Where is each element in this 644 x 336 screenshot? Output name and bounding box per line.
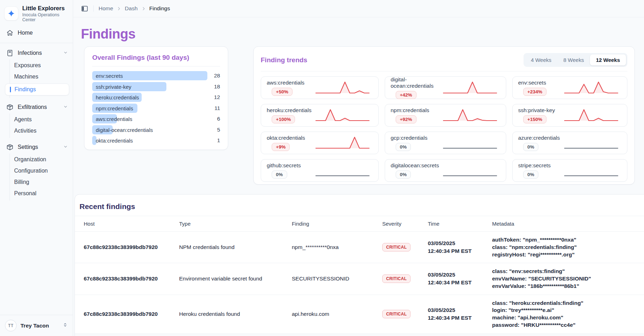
trend-period-tabs: 4 Weeks 8 Weeks 12 Weeks bbox=[524, 53, 627, 67]
bar-value: 12 bbox=[209, 94, 220, 100]
cell-type: Environment variable secret found bbox=[179, 263, 292, 295]
bar-value: 18 bbox=[209, 83, 220, 90]
sidebar-divider bbox=[0, 43, 73, 43]
user-name: Trey Tacon bbox=[20, 323, 59, 329]
cell-time: 03/05/2025 12:40:34 PM EST bbox=[428, 263, 492, 295]
column-header-metadata: Metadata bbox=[492, 216, 644, 232]
breadcrumb-home[interactable]: Home bbox=[99, 5, 113, 12]
book-icon bbox=[6, 50, 13, 57]
sidebar-subitems: OrganizationConfigurationBillingPersonal bbox=[10, 153, 73, 201]
cell-severity: CRITICAL bbox=[382, 334, 428, 336]
trend-name: digital-ocean:credentials bbox=[391, 76, 439, 89]
overall-findings-card: Overall Findings (last 90 days) env:secr… bbox=[84, 46, 228, 150]
cell-time: 03/05/2025 12:40:34 PM EST bbox=[428, 232, 492, 263]
sidebar-item-billing[interactable]: Billing bbox=[10, 176, 73, 188]
sparkle-logo-icon bbox=[4, 6, 18, 21]
bar-label: heroku:credentials bbox=[96, 94, 139, 100]
sidebar-section-header[interactable]: Exfiltrations bbox=[0, 101, 73, 114]
sidebar-subitems: AgentsActivities bbox=[10, 114, 73, 138]
package-icon bbox=[6, 144, 13, 151]
sidebar-item-personal[interactable]: Personal bbox=[10, 188, 73, 199]
sidebar-item-agents[interactable]: Agents bbox=[10, 114, 73, 125]
finding-trends-title: Finding trends bbox=[261, 56, 307, 64]
cell-severity: CRITICAL bbox=[382, 263, 428, 295]
trend-name: azure:credentials bbox=[518, 135, 560, 141]
user-menu[interactable]: TT Trey Tacon bbox=[0, 315, 73, 336]
bar-value: 6 bbox=[209, 116, 220, 122]
bar-value: 28 bbox=[209, 73, 220, 79]
recent-findings-title: Recent findings bbox=[79, 202, 644, 211]
sidebar-item-home[interactable]: Home bbox=[0, 26, 73, 40]
sparkline-chart bbox=[439, 134, 501, 151]
breadcrumb-dash[interactable]: Dash bbox=[125, 5, 137, 12]
cell-severity: CRITICAL bbox=[382, 295, 428, 334]
trend-change-badge: +92% bbox=[396, 115, 416, 123]
severity-badge: CRITICAL bbox=[382, 243, 410, 251]
breadcrumb-findings: Findings bbox=[149, 5, 170, 12]
trend-name: gcp:credentials bbox=[391, 135, 427, 141]
cell-host: 67c88c92338c38399bdb7920 bbox=[75, 334, 179, 336]
cell-metadata: authToken: "npm_**********0nxa" class: "… bbox=[492, 232, 644, 263]
sparkline-chart bbox=[439, 107, 501, 124]
cell-type: Heroku credentials found bbox=[179, 295, 292, 334]
sidebar-item-organization[interactable]: Organization bbox=[10, 154, 73, 165]
breadcrumb: Home Dash Findings bbox=[99, 5, 170, 12]
main-header: Home Dash Findings bbox=[73, 0, 644, 17]
chevron-down-icon bbox=[63, 50, 68, 56]
bar-label: npm:credentials bbox=[96, 105, 133, 111]
severity-badge: CRITICAL bbox=[382, 274, 410, 283]
sidebar-item-configuration[interactable]: Configuration bbox=[10, 165, 73, 176]
chevron-right-icon bbox=[117, 6, 121, 11]
card-divider bbox=[92, 66, 220, 66]
cell-type: Heroku credentials found bbox=[179, 334, 292, 336]
sidebar-item-activities[interactable]: Activities bbox=[10, 125, 73, 137]
bar-label: okta:credentials bbox=[96, 138, 133, 144]
sidebar-panel-icon[interactable] bbox=[81, 5, 88, 12]
trend-card-gcp-credentials: gcp:credentials 0% bbox=[385, 132, 506, 154]
trend-card-github-secrets: github:secrets 0% bbox=[261, 159, 379, 182]
sidebar-item-findings[interactable]: Findings bbox=[5, 83, 69, 95]
sidebar-item-machines[interactable]: Machines bbox=[10, 71, 73, 82]
findings-bar-chart: env:secrets 28 ssh:private-key 18 heroku… bbox=[92, 71, 220, 145]
overall-findings-title: Overall Findings (last 90 days) bbox=[92, 54, 220, 62]
findings-bar-row: npm:credentials 11 bbox=[92, 104, 220, 113]
home-icon bbox=[6, 29, 13, 36]
sidebar-section-label: Settings bbox=[18, 144, 59, 150]
sidebar-nav: Infections ExposuresMachinesFindings Exf… bbox=[0, 47, 73, 203]
trend-card-azure-credentials: azure:credentials 0% bbox=[512, 132, 627, 154]
bar-value: 1 bbox=[209, 137, 220, 144]
finding-row: 67c88c92338c38399bdb7920 Heroku credenti… bbox=[75, 295, 644, 334]
sidebar-section-header[interactable]: Infections bbox=[0, 47, 73, 59]
tab-4-weeks[interactable]: 4 Weeks bbox=[525, 54, 557, 65]
cell-metadata: class: "heroku:credentials:finding" logi… bbox=[492, 295, 644, 334]
tab-12-weeks[interactable]: 12 Weeks bbox=[590, 54, 626, 65]
trend-change-badge: +150% bbox=[523, 115, 546, 123]
finding-row: 67c88c92338c38399bdb7920 NPM credentials… bbox=[75, 232, 644, 263]
finding-row: 67c88c92338c38399bdb7920 Heroku credenti… bbox=[75, 334, 644, 336]
cell-finding: api.heroku.com bbox=[292, 295, 382, 334]
sparkline-chart bbox=[439, 162, 501, 179]
trend-name: digitalocean:secrets bbox=[391, 162, 439, 169]
org-switcher[interactable]: Little Explorers Inocula Operations Cent… bbox=[0, 0, 73, 26]
findings-bar-row: heroku:credentials 12 bbox=[92, 93, 220, 102]
trend-card-env-secrets: env:secrets +234% bbox=[512, 76, 627, 99]
sidebar-section-header[interactable]: Settings bbox=[0, 141, 73, 153]
cell-host: 67c88c92338c38399bdb7920 bbox=[75, 263, 179, 295]
header-divider bbox=[93, 5, 94, 12]
tab-8-weeks[interactable]: 8 Weeks bbox=[557, 54, 590, 65]
trend-name: heroku:credentials bbox=[267, 107, 312, 114]
sidebar-subitems: ExposuresMachinesFindings bbox=[10, 59, 73, 98]
trend-card-okta-credentials: okta:credentials +9% bbox=[261, 132, 379, 154]
bar-label: digital-ocean:credentials bbox=[96, 127, 153, 133]
cell-time: 03/05/2025 12:40:34 PM EST bbox=[428, 334, 492, 336]
cell-metadata: class: "env:secrets:finding" envVarName:… bbox=[492, 263, 644, 295]
severity-badge: CRITICAL bbox=[382, 310, 410, 318]
sparkline-chart bbox=[560, 79, 622, 96]
sidebar: Little Explorers Inocula Operations Cent… bbox=[0, 0, 73, 336]
trend-change-badge: 0% bbox=[396, 143, 411, 151]
sidebar-item-exposures[interactable]: Exposures bbox=[10, 60, 73, 71]
trend-card-digitalocean-secrets: digitalocean:secrets 0% bbox=[385, 159, 506, 182]
trend-change-badge: 0% bbox=[523, 170, 539, 179]
trend-change-badge: +9% bbox=[272, 143, 290, 151]
trend-grid: aws:credentials +50% digital-ocean:crede… bbox=[261, 76, 627, 182]
